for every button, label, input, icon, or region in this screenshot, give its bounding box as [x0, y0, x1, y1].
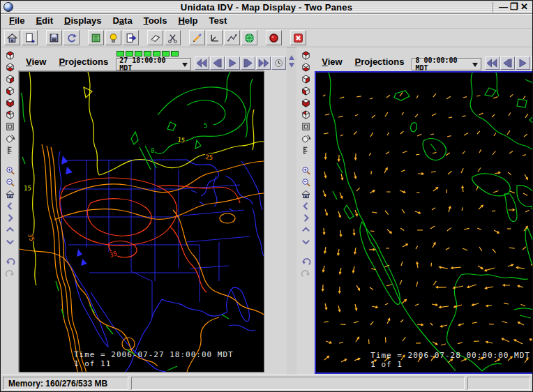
zoom-in-button[interactable]	[3, 165, 17, 176]
step-back-icon	[211, 59, 223, 68]
refresh-button[interactable]	[63, 30, 80, 45]
redo-button[interactable]	[299, 268, 313, 280]
zoom-in-button[interactable]	[299, 165, 313, 176]
rotate-cube-button[interactable]	[299, 133, 313, 144]
cube-top-button[interactable]	[3, 50, 17, 61]
data-chooser-button[interactable]	[88, 30, 104, 45]
cube-left-button[interactable]	[299, 85, 313, 97]
save-button[interactable]	[46, 30, 62, 45]
pan-left-button[interactable]	[3, 200, 17, 212]
pan-up-button[interactable]	[299, 224, 313, 236]
box-button[interactable]	[3, 121, 17, 133]
cube-bottom-button[interactable]	[3, 61, 17, 73]
record-button[interactable]	[266, 30, 282, 45]
main-toolbar	[1, 29, 532, 47]
collapse-up-arrow-icon[interactable]	[289, 52, 294, 60]
pan-right-button[interactable]	[3, 212, 17, 224]
rotate-cube-button[interactable]	[3, 133, 17, 144]
right-time-value: 8 00:00:00 MDT	[415, 56, 472, 72]
cube-bottom-button[interactable]	[299, 61, 313, 73]
left-pane-header: ViewProjections 27 18:00:00 MDT	[19, 47, 287, 71]
remove-all-button[interactable]	[290, 30, 306, 45]
polyline-button[interactable]	[224, 30, 240, 45]
pencil-button[interactable]	[189, 30, 205, 45]
rewind-button[interactable]	[195, 56, 209, 70]
left-frame-readout: 1 of 11	[74, 359, 111, 368]
maximize-button[interactable]: ❐	[509, 2, 519, 12]
undo-button[interactable]	[299, 256, 313, 268]
step-back-button[interactable]	[210, 56, 225, 70]
pan-down-button[interactable]	[299, 236, 313, 248]
right-time-selector[interactable]: 8 00:00:00 MDT	[412, 58, 481, 70]
collapse-down-arrow-icon[interactable]	[289, 63, 294, 70]
home-button[interactable]	[3, 188, 17, 200]
minimize-button[interactable]: —	[498, 2, 509, 12]
menu-displays[interactable]: Displays	[59, 15, 107, 27]
time-progress-segment	[162, 51, 170, 56]
cube-corner-button[interactable]	[299, 109, 313, 121]
redo-button[interactable]	[3, 268, 17, 280]
left-pane-menus: ViewProjections	[20, 56, 114, 70]
axes-button[interactable]	[207, 30, 223, 45]
sidebar-tool-group	[3, 256, 17, 280]
cube-top-icon	[5, 50, 15, 61]
menu-data[interactable]: Data	[107, 15, 137, 27]
play-button[interactable]	[225, 56, 240, 70]
time-progress-segment	[144, 51, 151, 56]
left-map-pane: ViewProjections 27 18:00:00 MDT	[1, 47, 287, 375]
pan-left-button[interactable]	[299, 200, 313, 212]
zoom-out-button[interactable]	[299, 176, 313, 188]
step-back-button[interactable]	[500, 56, 515, 70]
cube-right-button[interactable]	[3, 73, 17, 85]
pan-down-button[interactable]	[3, 236, 17, 248]
globe-button[interactable]	[241, 30, 257, 45]
home-button[interactable]	[4, 30, 20, 45]
right-pane-toolbar	[296, 47, 315, 375]
rewind-button[interactable]	[485, 56, 500, 70]
undo-button[interactable]	[3, 256, 17, 268]
box-button[interactable]	[299, 121, 313, 133]
menu-edit[interactable]: Edit	[30, 15, 59, 27]
cube-front-icon	[301, 98, 311, 108]
left-map-view[interactable]: 153515255035 Time = 2006-07-27 18:00:00 …	[19, 71, 264, 372]
left-menu-view[interactable]: View	[20, 56, 52, 67]
menu-help[interactable]: Help	[172, 15, 203, 27]
menu-test[interactable]: Test	[204, 15, 233, 27]
right-menu-view[interactable]: View	[315, 56, 348, 67]
cube-corner-button[interactable]	[3, 109, 17, 121]
cube-front-button[interactable]	[299, 97, 313, 109]
pan-up-button[interactable]	[3, 224, 17, 236]
export-button[interactable]	[123, 30, 139, 45]
right-map-view[interactable]: Time = 2006-07-28 00:00:00 MDT1 of 1	[315, 71, 532, 374]
pane-divider[interactable]	[287, 47, 296, 375]
eraser-button[interactable]	[147, 30, 163, 45]
ruler-button[interactable]	[299, 144, 313, 156]
cube-bottom-icon	[301, 62, 311, 73]
cut-button[interactable]	[165, 30, 181, 45]
chevron-down-icon	[472, 63, 478, 70]
left-time-selector[interactable]: 27 18:00:00 MDT	[116, 58, 191, 70]
new-document-button[interactable]	[22, 30, 38, 45]
menu-tools[interactable]: Tools	[138, 15, 173, 27]
lightbulb-button[interactable]	[105, 30, 121, 45]
cube-top-button[interactable]	[299, 50, 313, 61]
left-menu-projections[interactable]: Projections	[52, 56, 114, 67]
right-menu-projections[interactable]: Projections	[349, 56, 411, 67]
step-forward-button[interactable]	[241, 56, 255, 70]
cube-right-button[interactable]	[299, 73, 313, 85]
play-button[interactable]	[516, 56, 530, 70]
animation-properties-button[interactable]	[271, 56, 286, 70]
pan-right-button[interactable]	[299, 212, 313, 224]
sidebar-tool-group	[3, 165, 17, 248]
fast-forward-button[interactable]	[256, 56, 271, 70]
cube-front-button[interactable]	[3, 97, 17, 109]
ruler-button[interactable]	[3, 144, 17, 156]
step-forward-button[interactable]	[531, 56, 532, 70]
home-button[interactable]	[299, 188, 313, 200]
cube-left-button[interactable]	[3, 85, 17, 97]
cube-bottom-icon	[5, 62, 15, 73]
menu-file[interactable]: File	[3, 15, 30, 27]
zoom-out-button[interactable]	[3, 176, 17, 188]
title-bar[interactable]: Unidata IDV - Map Display - Two Panes — …	[1, 1, 532, 14]
close-button[interactable]: ✕	[519, 2, 530, 12]
